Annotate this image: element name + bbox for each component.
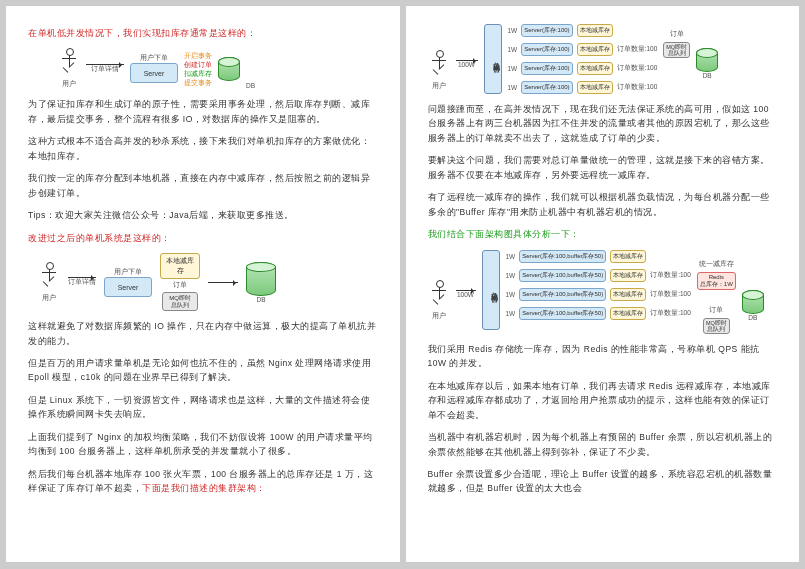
p11: 然后我们每台机器本地库存 100 张火车票，100 台服务器上的总库存还是 1 … xyxy=(28,467,378,496)
diagram-cluster: 用户 100W 负载均衡器 1W Server(库存:100) 本地减库存 1W… xyxy=(428,24,778,94)
server-row: 1W Server(库存:100,buffer库存50) 本地减库存 订单数量:… xyxy=(506,269,691,282)
server-row: 1W Server(库存:100) 本地减库存 xyxy=(508,24,658,37)
user-icon-3 xyxy=(428,50,450,80)
p10: 上面我们提到了 Nginx 的加权均衡策略，我们不妨假设将 100W 的用户请求… xyxy=(28,430,378,459)
server-row: 1W Server(库存:100,buffer库存50) 本地减库存 订单数量:… xyxy=(506,307,691,320)
remote-dec-label: 统一减库存 xyxy=(699,260,734,269)
server-row: 1W Server(库存:100,buffer库存50) 本地减库存 订单数量:… xyxy=(506,288,691,301)
load-balancer: 负载均衡器 xyxy=(484,24,502,94)
server-row: 1W Server(库存:100) 本地减库存 订单数量:100 xyxy=(508,62,658,75)
p9: 但是 Linux 系统下，一切资源皆文件，网络请求也是这样，大量的文件描述符会使… xyxy=(28,393,378,422)
p2-5: 我们采用 Redis 存储统一库存，因为 Redis 的性能非常高，号称单机 Q… xyxy=(428,342,778,371)
p5: Tips：欢迎大家关注微信公众号：Java后端，来获取更多推送。 xyxy=(28,208,378,222)
p2: 为了保证扣库存和生成订单的原子性，需要采用事务处理，然后取库存判断、减库存，最后… xyxy=(28,97,378,126)
mq-box: MQ即时息队列 xyxy=(162,292,198,311)
p2-3: 有了远程统一减库存的操作，我们就可以根据机器负载情况，为每台机器分配一些多余的"… xyxy=(428,190,778,219)
db-icon-3 xyxy=(696,48,718,72)
page-2: 用户 100W 负载均衡器 1W Server(库存:100) 本地减库存 1W… xyxy=(406,6,800,562)
order-detail-label: 订单详情 xyxy=(91,65,119,74)
p8: 但是百万的用户请求量单机是无论如何也抗不住的，虽然 Nginx 处理网络请求使用… xyxy=(28,356,378,385)
mq-box-3: MQ即时息队列 xyxy=(703,318,730,334)
p2-8: Buffer 余票设置多少合适呢，理论上 Buffer 设置的越多，系统容忍宕机… xyxy=(428,467,778,496)
p2-7: 当机器中有机器宕机时，因为每个机器上有预留的 Buffer 余票，所以宕机机器上… xyxy=(428,430,778,459)
db-icon xyxy=(218,57,240,81)
tx-labels: 开启事务 创建订单 扣减库存 提交事务 xyxy=(184,51,212,87)
db-icon-4 xyxy=(742,290,764,314)
local-stock-box: 本地减库存 xyxy=(160,253,200,279)
server-box-2: Server xyxy=(104,277,152,297)
p6: 改进过之后的单机系统是这样的： xyxy=(28,231,378,245)
p2-6: 在本地减库存以后，如果本地有订单，我们再去请求 Redis 远程减库存，本地减库… xyxy=(428,379,778,422)
p4: 我们按一定的库存分配到本地机器，直接在内存中减库存，然后按照之前的逻辑异步创建订… xyxy=(28,171,378,200)
server-box: Server xyxy=(130,63,178,83)
redis-box: Redis总库存：1W xyxy=(697,272,736,290)
db-label: DB xyxy=(246,82,255,89)
server-row: 1W Server(库存:100) 本地减库存 订单数量:100 xyxy=(508,43,658,56)
server-row: 1W Server(库存:100,buffer库存50) 本地减库存 xyxy=(506,250,691,263)
p2-1: 问题接踵而至，在高并发情况下，现在我们还无法保证系统的高可用，假如这 100 台… xyxy=(428,102,778,145)
user-icon xyxy=(58,48,80,78)
server-row: 1W Server(库存:100) 本地减库存 订单数量:100 xyxy=(508,81,658,94)
p2-4: 我们结合下面架构图具体分析一下： xyxy=(428,227,778,241)
mq-box-2: MQ即时息队列 xyxy=(663,42,690,58)
p1-intro: 在单机低并发情况下，我们实现扣库存通常是这样的： xyxy=(28,26,378,40)
user-sub: 用户下单 xyxy=(130,54,178,63)
user-label: 用户 xyxy=(58,80,80,89)
p2-2: 要解决这个问题，我们需要对总订单量做统一的管理，这就是接下来的容错方案。服务器不… xyxy=(428,153,778,182)
diagram-local-stock: 用户 订单详情 用户下单 Server 本地减库存 订单 MQ即时息队列 DB xyxy=(38,253,378,311)
diagram-cluster-redis: 用户 100W 负载均衡器 1W Server(库存:100,buffer库存5… xyxy=(428,250,778,334)
user-icon-2 xyxy=(38,262,60,292)
p3: 这种方式根本不适合高并发的秒杀系统，接下来我们对单机扣库存的方案做优化：本地扣库… xyxy=(28,134,378,163)
diagram-single-tx: 用户 订单详情 用户下单 Server 开启事务 创建订单 扣减库存 提交事务 … xyxy=(58,48,378,89)
p7: 这样就避免了对数据库频繁的 IO 操作，只在内存中做运算，极大的提高了单机抗并发… xyxy=(28,319,378,348)
load-balancer-2: 负载均衡器 xyxy=(482,250,500,330)
user-icon-4 xyxy=(428,280,450,310)
page-1: 在单机低并发情况下，我们实现扣库存通常是这样的： 用户 订单详情 用户下单 Se… xyxy=(6,6,400,562)
db-icon-2 xyxy=(246,262,276,296)
